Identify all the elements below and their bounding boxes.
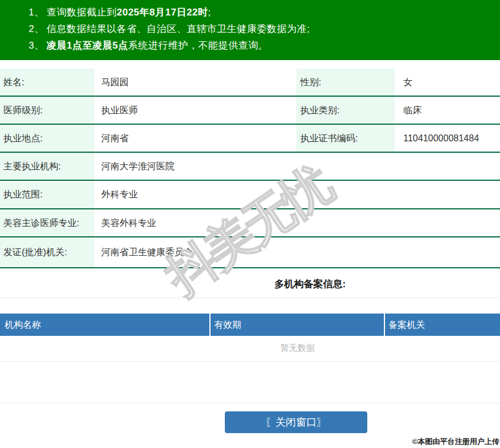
notice-line-number: 3、 (29, 40, 44, 51)
filing-table-header: 机构名称 有效期 备案机关 (0, 314, 500, 336)
row-level-category: 医师级别: 执业医师 执业类别: 临床 (0, 96, 500, 124)
field-value: 女 (395, 69, 500, 96)
notice-line-2: 2、信息数据结果以各省、自治区、直辖市卫生健康委数据为准; (29, 21, 494, 37)
row-cosmetic-specialty: 美容主诊医师专业: 美容外科专业 (0, 209, 500, 237)
copyright-watermark: ©本图由平台注册用户上传 (412, 437, 499, 447)
close-window-button[interactable]: 〖关闭窗口〗 (225, 411, 367, 433)
section-divider (0, 298, 500, 298)
field-value: 执业医师 (94, 96, 296, 124)
row-practice-scope: 执业范围: 外科专业 (0, 180, 500, 209)
filing-empty-state: 暂无数据 (0, 336, 500, 362)
notice-text: 系统进行维护，不能提供查询。 (128, 40, 268, 51)
notice-line-1: 1、查询数据截止到2025年8月17日22时; (29, 4, 494, 21)
field-label: 执业地点: (0, 124, 94, 152)
row-name-gender: 姓名: 马园园 性别: 女 (0, 69, 500, 96)
field-label: 姓名: (0, 69, 94, 96)
row-issuing-authority: 发证(批准)机关: 河南省卫生健康委员会 (0, 237, 500, 268)
notice-text: 信息数据结果以各省、自治区、直辖市卫生健康委数据为准; (46, 23, 309, 34)
field-value: 110410000081484 (395, 124, 500, 152)
field-value: 外科专业 (94, 180, 500, 209)
filing-section-title: 多机构备案信息: (275, 279, 346, 290)
notice-text: 查询数据截止到 (46, 7, 117, 18)
filing-col-validity-period: 有效期 (209, 314, 384, 336)
row-location-certificate: 执业地点: 河南省 执业证书编码: 110410000081484 (0, 124, 500, 152)
filing-col-filing-authority: 备案机关 (384, 314, 500, 336)
notice-line-number: 2、 (29, 23, 44, 34)
field-value: 美容外科专业 (94, 209, 500, 237)
field-value: 临床 (395, 96, 500, 124)
row-main-institution: 主要执业机构: 河南大学淮河医院 (0, 152, 500, 180)
field-value: 河南省卫生健康委员会 (94, 237, 500, 268)
practitioner-info-table: 姓名: 马园园 性别: 女 医师级别: 执业医师 执业类别: 临床 执业地点: … (0, 69, 500, 268)
field-label: 发证(批准)机关: (0, 237, 94, 268)
field-label: 美容主诊医师专业: (0, 209, 94, 237)
empty-data-text: 暂无数据 (95, 343, 500, 354)
notice-text-bold: 凌晨1点至凌晨5点 (46, 40, 128, 51)
field-label: 执业类别: (296, 96, 395, 124)
field-label: 性别: (296, 69, 395, 96)
notice-line-number: 1、 (29, 7, 44, 18)
notice-line-3: 3、凌晨1点至凌晨5点系统进行维护，不能提供查询。 (29, 37, 494, 54)
filing-col-institution-name: 机构名称 (0, 314, 209, 336)
field-value: 河南省 (94, 124, 296, 152)
field-value: 河南大学淮河医院 (94, 152, 500, 180)
field-label: 执业证书编码: (296, 124, 395, 152)
content-spacer (0, 362, 500, 403)
notice-text: ; (208, 7, 211, 18)
field-label: 医师级别: (0, 96, 94, 124)
field-value: 马园园 (94, 69, 296, 96)
notice-banner: 1、查询数据截止到2025年8月17日22时; 2、信息数据结果以各省、自治区、… (0, 0, 500, 60)
field-label: 执业范围: (0, 180, 94, 209)
field-label: 主要执业机构: (0, 152, 94, 180)
notice-text-bold: 2025年8月17日22时 (117, 7, 208, 18)
